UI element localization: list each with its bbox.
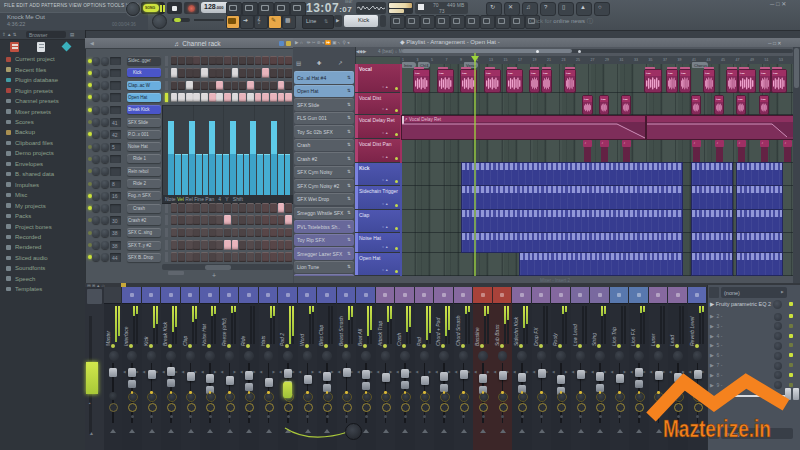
- svg-text:Mazterize.in: Mazterize.in: [663, 416, 771, 442]
